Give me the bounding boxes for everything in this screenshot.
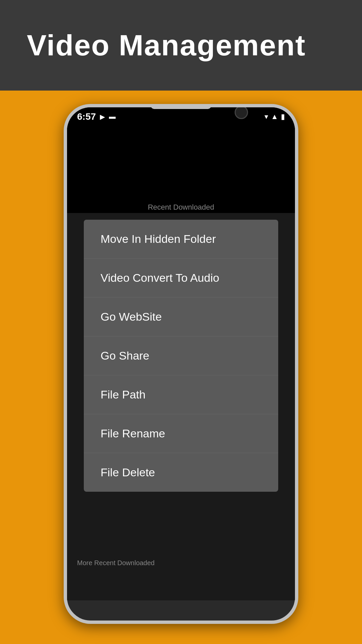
speaker bbox=[151, 104, 211, 109]
signal-icon: ▲ bbox=[271, 112, 278, 121]
menu-item-go-website[interactable]: Go WebSite bbox=[84, 298, 278, 336]
phone-frame: 6:57 ▶ ▬ ▾ ▲ ▮ Recent Downloaded Move In… bbox=[64, 104, 298, 624]
phone-side-button-2 bbox=[296, 248, 298, 275]
orange-background: 6:57 ▶ ▬ ▾ ▲ ▮ Recent Downloaded Move In… bbox=[0, 91, 362, 644]
recent-downloaded-label-bottom: More Recent Downloaded bbox=[77, 559, 155, 567]
menu-item-move-hidden[interactable]: Move In Hidden Folder bbox=[84, 220, 278, 259]
menu-item-file-path[interactable]: File Path bbox=[84, 375, 278, 414]
status-left: 6:57 ▶ ▬ bbox=[77, 111, 116, 122]
battery-icon: ▮ bbox=[281, 112, 285, 121]
recent-downloaded-label-top: Recent Downloaded bbox=[148, 203, 214, 212]
menu-item-file-delete[interactable]: File Delete bbox=[84, 453, 278, 492]
screen-dark-bottom: More Recent Downloaded bbox=[67, 547, 295, 600]
menu-item-go-share[interactable]: Go Share bbox=[84, 336, 278, 375]
phone-side-button-1 bbox=[296, 208, 298, 235]
status-right: ▾ ▲ ▮ bbox=[264, 112, 285, 121]
camera bbox=[235, 106, 248, 119]
wifi-icon: ▾ bbox=[264, 112, 268, 121]
top-banner: Video Management bbox=[0, 0, 362, 91]
screen-dark-top bbox=[67, 126, 295, 213]
phone-screen: Recent Downloaded Move In Hidden Folder … bbox=[67, 126, 295, 600]
context-menu: Move In Hidden Folder Video Convert To A… bbox=[84, 220, 278, 492]
page-title: Video Management bbox=[27, 28, 306, 62]
play-icon: ▶ bbox=[100, 113, 105, 121]
menu-item-file-rename[interactable]: File Rename bbox=[84, 414, 278, 453]
status-time: 6:57 bbox=[77, 111, 96, 122]
storage-icon: ▬ bbox=[109, 113, 116, 120]
menu-item-convert-audio[interactable]: Video Convert To Audio bbox=[84, 259, 278, 298]
status-bar: 6:57 ▶ ▬ ▾ ▲ ▮ bbox=[67, 107, 295, 126]
